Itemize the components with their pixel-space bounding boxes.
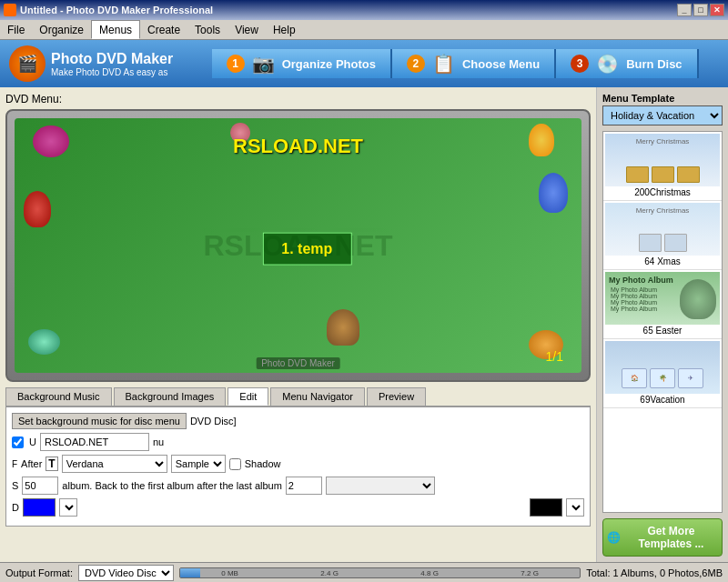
step-1-num: 1 xyxy=(227,55,245,73)
get-templates-icon: 🌐 xyxy=(607,531,621,544)
progress-labels: 0 MB 2.4 G 4.8 G 7.2 G xyxy=(180,568,580,578)
frame-7: 🌴 xyxy=(650,368,675,388)
watermark-checkbox[interactable] xyxy=(12,436,24,448)
logo-text: Photo DVD Maker Make Photo DVD As easy a… xyxy=(51,51,173,77)
edit-row-4: S album. Back to the first album after t… xyxy=(12,477,584,495)
dvd-page-num: 1/1 xyxy=(546,349,563,364)
output-format-select[interactable]: DVD Video Disc VCD SVCD xyxy=(78,565,174,581)
preview-area: DVD Menu: RSLOAD.NET xyxy=(0,87,596,562)
sidebar-title: Menu Template xyxy=(602,93,723,104)
logo-title: Photo DVD Maker xyxy=(51,51,173,67)
after-label: F xyxy=(12,459,17,469)
after-label2: After xyxy=(21,458,42,469)
bg-music-button[interactable]: Set background music for disc menu xyxy=(12,413,187,429)
template-thumb-64xmas: Merry Christmas xyxy=(605,203,720,256)
frame-5 xyxy=(664,234,687,252)
thumb-frames-64xmas xyxy=(635,230,691,256)
minimize-button[interactable]: _ xyxy=(677,4,692,16)
menu-view[interactable]: View xyxy=(228,20,266,39)
step-2[interactable]: 2 📋 Choose Menu xyxy=(392,49,556,78)
logo-icon: 🎬 xyxy=(9,45,46,82)
frame-6: 🏠 xyxy=(622,368,647,388)
color-black-box[interactable] xyxy=(530,498,562,517)
thumb-frames-200xmas xyxy=(622,163,703,186)
step-3[interactable]: 3 💿 Burn Disc xyxy=(556,49,698,78)
edit-row-1: Set background music for disc menu DVD D… xyxy=(12,413,584,429)
thumb-egg-65easter xyxy=(680,279,716,319)
tabs-area: Background Music Background Images Edit … xyxy=(5,387,591,527)
menu-bar: File Organize Menus Create Tools View He… xyxy=(0,20,728,40)
header: 🎬 Photo DVD Maker Make Photo DVD As easy… xyxy=(0,40,728,87)
output-format-label: Output Format: xyxy=(5,567,73,578)
thumb-title-65easter: My Photo Album xyxy=(609,276,673,285)
template-name-69vacation: 69Vacation xyxy=(605,394,720,406)
menu-create[interactable]: Create xyxy=(140,20,187,39)
template-item-64xmas[interactable]: Merry Christmas 64 Xmas xyxy=(603,201,722,270)
step-2-num: 2 xyxy=(407,55,425,73)
steps-nav: 1 📷 Organize Photos 2 📋 Choose Menu 3 💿 … xyxy=(191,49,719,78)
row5-prefix: D xyxy=(12,502,19,513)
dvd-menu-label: DVD Menu: xyxy=(5,93,591,105)
thumb-text-65easter: My Photo AlbumMy Photo AlbumMy Photo Alb… xyxy=(611,286,657,312)
menu-organize[interactable]: Organize xyxy=(32,20,91,39)
dvd-bottom-brand: Photo DVD Maker xyxy=(256,357,340,369)
spinner-1[interactable] xyxy=(22,477,58,495)
watermark-input[interactable] xyxy=(40,433,149,451)
window-controls: _ □ ✕ xyxy=(677,4,724,16)
tab-preview[interactable]: Preview xyxy=(367,387,426,406)
row4-prefix: S xyxy=(12,480,18,491)
dvd-menu-item: 1. temp xyxy=(281,241,332,256)
template-item-65easter[interactable]: My Photo Album My Photo AlbumMy Photo Al… xyxy=(603,270,722,339)
tabs-row: Background Music Background Images Edit … xyxy=(5,387,591,406)
template-name-64xmas: 64 Xmas xyxy=(605,256,720,267)
main-content: DVD Menu: RSLOAD.NET xyxy=(0,87,728,562)
step-1-icon: 📷 xyxy=(252,53,275,75)
template-item-200xmas[interactable]: Merry Christmas 200Christmas xyxy=(603,132,722,201)
menu-tools[interactable]: Tools xyxy=(187,20,228,39)
dvd-title: RSLOAD.NET xyxy=(233,135,363,158)
tab-bg-images[interactable]: Background Images xyxy=(114,387,227,406)
edit-row-5: D xyxy=(12,498,584,517)
edit-row-2: U nu xyxy=(12,433,584,451)
frame-4 xyxy=(639,234,662,252)
frame-8: ✈ xyxy=(678,368,703,388)
template-name-200xmas: 200Christmas xyxy=(605,186,720,198)
color-blue-box[interactable] xyxy=(23,498,56,517)
thumb-frames-69vacation: 🏠 🌴 ✈ xyxy=(620,363,705,394)
step-3-icon: 💿 xyxy=(596,53,619,75)
step-1[interactable]: 1 📷 Organize Photos xyxy=(212,49,392,78)
spinner-2[interactable] xyxy=(286,477,322,495)
menu-file[interactable]: File xyxy=(0,20,32,39)
shadow-checkbox[interactable] xyxy=(229,458,241,470)
sample-select[interactable]: Sample xyxy=(171,455,226,473)
color-blue-select[interactable] xyxy=(59,498,77,517)
template-name-65easter: 65 Easter xyxy=(605,325,720,336)
color-black-select[interactable] xyxy=(566,498,584,517)
template-dropdown[interactable]: Holiday & Vacation Wedding Baby Travel B… xyxy=(602,105,723,125)
progress-24g: 2.4 G xyxy=(320,568,339,578)
thumb-header-200xmas: Merry Christmas xyxy=(605,135,720,146)
step-1-label: Organize Photos xyxy=(282,57,376,71)
close-button[interactable]: ✕ xyxy=(710,4,724,16)
template-thumb-200xmas: Merry Christmas xyxy=(605,134,720,186)
template-item-69vacation[interactable]: 🏠 🌴 ✈ 69Vacation xyxy=(603,339,722,408)
tab-edit[interactable]: Edit xyxy=(228,387,268,406)
font-select[interactable]: Verdana Arial Times New Roman xyxy=(62,455,167,473)
menu-menus[interactable]: Menus xyxy=(91,20,140,39)
title-bar: Untitled - Photo DVD Maker Professional … xyxy=(0,0,728,20)
app-icon xyxy=(4,4,16,16)
dvd-menu-box: 1. temp xyxy=(262,233,351,266)
progress-72g: 7.2 G xyxy=(521,568,539,578)
maximize-button[interactable]: □ xyxy=(693,4,708,16)
tab-bg-music[interactable]: Background Music xyxy=(5,387,112,406)
album-select[interactable] xyxy=(326,477,435,495)
get-templates-button[interactable]: 🌐 Get More Templates ... xyxy=(602,518,723,557)
step-3-label: Burn Disc xyxy=(626,57,682,71)
tab-menu-navigator[interactable]: Menu Navigator xyxy=(270,387,365,406)
template-list: Merry Christmas 200Christmas Merry Chris… xyxy=(602,131,723,513)
frame-3 xyxy=(677,166,700,183)
logo-subtitle: Make Photo DVD As easy as xyxy=(51,67,173,77)
checkbox-label: U xyxy=(29,436,36,447)
font-icon: T xyxy=(46,457,57,471)
menu-help[interactable]: Help xyxy=(266,20,303,39)
